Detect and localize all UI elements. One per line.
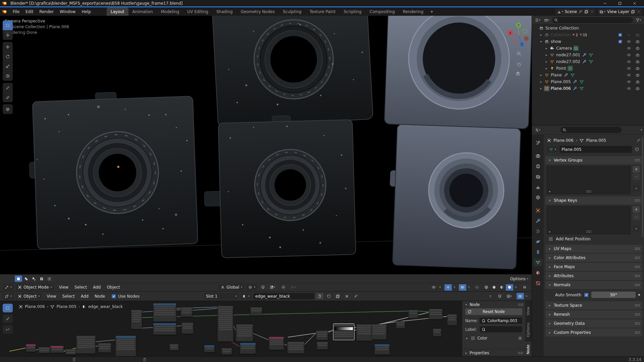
node-editor[interactable]: Plane.006 › Plane.005 › edge_wear_black … [0,301,532,357]
node-tool-annotate[interactable] [3,314,13,323]
overlays-toggle[interactable] [459,284,466,291]
proportional-falloff-selector[interactable]: ▾ [287,284,298,291]
tool-move[interactable] [3,42,13,52]
tool-add-cube[interactable] [3,104,13,114]
node-panel-header[interactable]: ▾ Node [462,301,525,308]
copy-material-button[interactable] [334,293,341,299]
properties-tab-material[interactable] [534,269,542,277]
fake-user-button[interactable] [325,293,332,299]
shading-solid-button[interactable] [490,284,498,291]
browse-material-button[interactable]: ▾ [240,293,252,299]
disclosure-closed-icon[interactable]: ▸ [539,80,543,83]
maximize-button[interactable] [612,0,627,6]
add-workspace-button[interactable]: + [427,7,436,16]
shading-dropdown[interactable]: ▾ [514,284,518,291]
vertex-groups-list[interactable]: ▸ [547,166,631,194]
blender-menu-icon[interactable] [2,10,8,14]
menu-window[interactable]: Window [57,7,78,16]
sidebar-tab-options[interactable]: Options [525,320,532,340]
panel-header-color-attributes[interactable]: ▸Color Attributes [545,254,642,262]
animate-dot[interactable] [638,294,640,296]
shader-menu-node[interactable]: Node [92,294,108,299]
pin-node-tree-button[interactable] [352,293,360,299]
outliner-search-input[interactable] [552,17,633,23]
shader-type-selector[interactable]: Object ▾ [16,293,42,299]
mesh-name-field[interactable]: Plane.005 [559,146,632,153]
visibility-dropdown[interactable]: ▾ [438,284,442,291]
select-mode-subtract[interactable] [30,276,38,282]
properties-tab-physics[interactable] [534,238,542,245]
panel-grip[interactable] [635,265,640,268]
sidebar-tab-node[interactable]: Node [525,342,532,357]
shader-node[interactable] [408,310,418,318]
hide-viewport-toggle[interactable] [625,46,633,50]
panel-grip[interactable] [635,275,640,277]
shape-keys-specials-button[interactable]: ▾ [633,226,640,232]
select-mode-invert[interactable] [38,276,45,282]
properties-tab-tool[interactable] [534,139,542,146]
properties-tab-world[interactable] [534,194,542,201]
viewport-menu-view[interactable]: View [56,285,71,290]
viewport-menu-object[interactable]: Object [104,285,123,290]
fake-user-button[interactable] [633,146,641,153]
shader-editor-type-button[interactable]: ▾ [3,293,14,299]
shader-node[interactable] [153,303,176,322]
shader-node[interactable] [236,324,253,342]
mode-selector[interactable]: Object Mode ▾ [16,284,54,291]
panel-header-attributes[interactable]: ▸Attributes [545,272,642,280]
menu-render[interactable]: Render [36,7,57,16]
node-label-field[interactable] [480,326,522,333]
panel-grip[interactable] [635,331,640,334]
disable-render-toggle[interactable] [634,53,641,57]
shader-node[interactable] [356,324,373,341]
disable-render-toggle[interactable] [634,80,641,84]
breadcrumb-data[interactable]: Plane.005 [586,138,606,143]
slot-selector[interactable]: Slot 1▾ [204,293,239,299]
unlink-material-button[interactable] [343,293,351,299]
shader-node[interactable] [131,310,142,329]
workspace-tab-sculpting[interactable]: Sculpting [279,7,306,16]
auto-smooth-angle-slider[interactable]: 30° [591,292,636,298]
hide-viewport-toggle[interactable] [625,73,633,77]
shader-node[interactable] [316,330,328,340]
shading-rendered-button[interactable] [506,284,513,291]
close-button[interactable] [627,0,642,6]
shader-node[interactable] [429,309,443,319]
delete-scene-button[interactable] [590,10,594,14]
disclosure-closed-icon[interactable]: ▸ [545,67,548,70]
hide-viewport-toggle[interactable] [625,60,633,64]
options-button[interactable]: Options▾ [510,277,528,281]
shader-node[interactable] [317,342,328,350]
disclosure-closed-icon[interactable]: ▸ [545,53,548,57]
workspace-tab-uv-editing[interactable]: UV Editing [183,7,212,16]
properties-tab-texture[interactable] [534,280,542,287]
disable-render-toggle[interactable] [634,60,641,64]
panel-grip[interactable] [635,304,640,307]
workspace-tab-texture-paint[interactable]: Texture Paint [306,7,339,16]
shader-node[interactable] [374,344,390,355]
workspace-tab-scripting[interactable]: Scripting [339,7,365,16]
menu-file[interactable]: File [10,7,22,16]
panel-grip[interactable] [518,352,523,354]
shader-node[interactable] [204,345,215,352]
properties-tab-render[interactable] [534,152,542,160]
tool-cursor[interactable] [3,30,13,40]
shader-node[interactable] [269,337,284,350]
remove-view-layer-button[interactable] [637,10,641,14]
shape-keys-remove-button[interactable]: − [633,214,640,220]
scene-selector[interactable]: ▾ Scene [555,8,596,15]
auto-smooth-checkbox[interactable] [584,293,589,297]
properties-tab-particles[interactable] [534,228,542,235]
tool-scale[interactable] [3,61,13,71]
shader-node[interactable] [153,323,176,335]
panel-header-shape-keys[interactable]: ▾Shape Keys [545,196,642,204]
pin-icon[interactable] [579,10,583,14]
hide-viewport-toggle[interactable] [625,80,633,84]
go-to-parent-button[interactable] [487,293,494,299]
vertex-groups-specials-button[interactable]: ▾ [633,185,640,192]
outliner-item-point[interactable]: ▸Point [532,65,644,72]
shader-menu-select[interactable]: Select [59,294,78,299]
reset-node-button[interactable]: Reset Node [465,308,522,315]
panel-grip[interactable] [635,256,640,259]
shader-node[interactable] [169,344,179,351]
